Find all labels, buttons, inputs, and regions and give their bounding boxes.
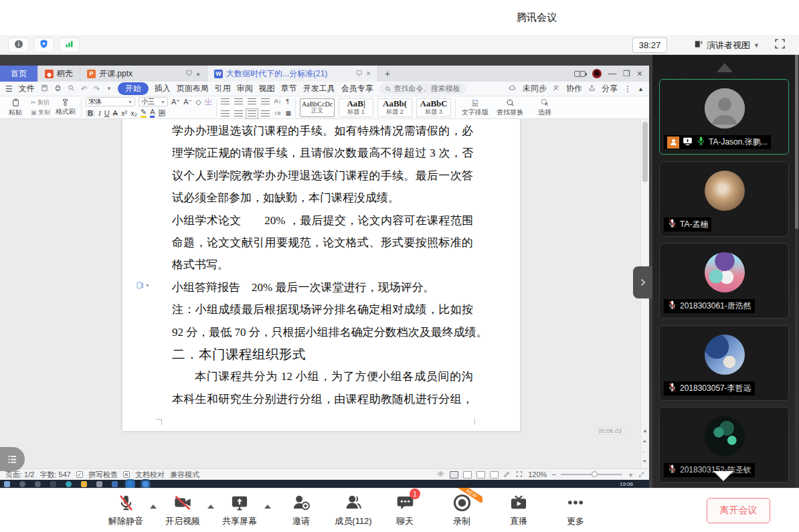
clear-format-icon[interactable]: ◇: [195, 98, 201, 106]
close-icon[interactable]: ×: [637, 68, 642, 79]
zoom-slider-knob[interactable]: [592, 471, 598, 477]
subscript-button[interactable]: x₂: [130, 110, 137, 117]
char-border-icon[interactable]: 囲: [158, 110, 165, 117]
more-vertical-icon[interactable]: ⋮: [624, 84, 632, 94]
file-explorer-icon[interactable]: [81, 481, 87, 487]
spellcheck-label[interactable]: 拼写检查: [88, 470, 118, 480]
font-color-button[interactable]: A: [150, 108, 155, 118]
italic-button[interactable]: I: [98, 110, 101, 117]
next-page-icon[interactable]: ⏷: [642, 459, 646, 464]
cloud-sync-icon[interactable]: [508, 84, 517, 94]
font-name-select[interactable]: 宋体▼: [86, 97, 135, 106]
menu-tab-layout[interactable]: 页面布局: [177, 83, 209, 94]
health-shield-button[interactable]: [33, 37, 54, 53]
save-icon[interactable]: [41, 84, 48, 94]
read-view-icon[interactable]: [476, 471, 485, 478]
underline-button[interactable]: U: [104, 110, 110, 117]
leave-meeting-button[interactable]: 离开会议: [707, 498, 770, 523]
menu-tab-insert[interactable]: 插入: [155, 83, 171, 94]
paste-button[interactable]: 粘贴: [4, 98, 27, 117]
align-center-icon[interactable]: [234, 110, 243, 117]
highlight-button[interactable]: ✎: [141, 108, 147, 118]
command-search[interactable]: 查找命令、搜索模板: [379, 83, 466, 94]
style-heading2[interactable]: AaBb( 标题 2: [377, 98, 412, 117]
start-icon[interactable]: [4, 481, 10, 487]
collaborate-icon[interactable]: [553, 84, 560, 94]
sidebar-collapse-toggle[interactable]: [633, 266, 652, 298]
style-heading1[interactable]: AaB| 标题 1: [339, 98, 373, 117]
unmute-button[interactable]: 解除静音: [98, 493, 154, 527]
more-button[interactable]: 更多: [547, 493, 604, 527]
participant-tile[interactable]: 2018303057-李哲远: [659, 325, 789, 401]
edge-icon[interactable]: [66, 481, 72, 487]
taskbar-app-icon[interactable]: [50, 481, 56, 487]
strikethrough-button[interactable]: A: [113, 110, 118, 117]
restore-icon[interactable]: ❐: [623, 69, 630, 78]
menu-file[interactable]: 文件: [19, 83, 35, 94]
text-effects-icon[interactable]: 㞢: [205, 98, 212, 106]
live-button[interactable]: 直播: [491, 493, 547, 527]
scrollbar-thumb[interactable]: [795, 55, 798, 229]
wps-tab-document-active[interactable]: W 大数据时代下的...分标准(21) ×: [207, 66, 378, 82]
expand-statusbar-icon[interactable]: ⤢: [639, 471, 644, 478]
comment-indicator-icon[interactable]: ▼: [136, 281, 150, 290]
outdent-icon[interactable]: [248, 98, 256, 105]
new-tab-button[interactable]: +: [378, 66, 397, 82]
fit-page-icon[interactable]: [515, 470, 523, 479]
wps-tab-home[interactable]: 首页: [0, 66, 38, 82]
style-normal[interactable]: AaBbCcDc 正文: [300, 98, 335, 117]
proofing-label[interactable]: 文档校对: [135, 470, 165, 480]
sidebar-scrollbar[interactable]: [795, 55, 798, 488]
taskbar-app-icon[interactable]: [35, 481, 41, 487]
taskbar-app-icon[interactable]: [96, 481, 102, 487]
menu-tab-devtools[interactable]: 开发工具: [303, 83, 335, 94]
menu-tab-home[interactable]: 开始: [118, 82, 149, 95]
collaborate-label[interactable]: 协作: [566, 83, 582, 94]
zoom-in-icon[interactable]: ＋: [627, 470, 634, 480]
wps-tab-pptx[interactable]: P 开课.pptx ●: [80, 66, 207, 82]
share-options-caret[interactable]: [264, 505, 271, 509]
sync-status-label[interactable]: 未同步: [523, 83, 547, 94]
members-button[interactable]: 成员(112): [325, 493, 381, 527]
menu-tab-review[interactable]: 审阅: [237, 83, 253, 94]
scroll-up-icon[interactable]: ▲: [642, 428, 648, 434]
menu-tab-section[interactable]: 章节: [281, 83, 297, 94]
pilcrow-icon[interactable]: ¶: [286, 98, 289, 104]
meeting-panel-toggle[interactable]: [0, 447, 25, 471]
record-button[interactable]: NEW 录制: [434, 493, 490, 527]
font-size-select[interactable]: 小三▼: [139, 97, 168, 106]
cut-button[interactable]: ✂ 剪切: [31, 98, 50, 107]
minimize-icon[interactable]: —: [608, 69, 616, 78]
redo-icon[interactable]: ↷: [94, 84, 100, 94]
share-icon[interactable]: [588, 84, 596, 94]
eye-protect-icon[interactable]: [436, 470, 445, 478]
participant-tile[interactable]: TA-孟楠: [659, 161, 789, 237]
view-mode-selector[interactable]: 演讲者视图 ▼: [694, 39, 760, 52]
scrollbar-thumb[interactable]: [642, 122, 648, 182]
chevron-down-icon[interactable]: ▼: [106, 86, 112, 92]
wps-tab-docer[interactable]: 稻壳: [38, 66, 80, 82]
zoom-level[interactable]: 120%: [528, 470, 547, 478]
outline-view-icon[interactable]: [463, 471, 472, 478]
chat-button[interactable]: 1 聊天: [377, 493, 433, 527]
scroll-down-arrow[interactable]: [713, 471, 733, 481]
find-replace-button[interactable]: 查找替换: [495, 98, 525, 117]
spellcheck-checkbox[interactable]: ✓: [76, 471, 83, 478]
preview-icon[interactable]: [68, 84, 75, 94]
text-layout-button[interactable]: 文字排版: [460, 98, 491, 117]
numbered-list-icon[interactable]: [234, 98, 243, 105]
undo-icon[interactable]: ↶: [81, 84, 88, 94]
document-page[interactable]: 学办办理退选该门课程的手续。如有特殊情况需请假的，必须办 理学院正规的请假手续，…: [122, 119, 520, 431]
menu-tab-member[interactable]: 会员专享: [341, 83, 373, 94]
zoom-out-icon[interactable]: −: [551, 470, 555, 478]
invite-button[interactable]: 邀请: [273, 493, 329, 527]
indent-icon[interactable]: [261, 98, 270, 105]
close-tab-icon[interactable]: ×: [366, 69, 371, 78]
select-button[interactable]: 选择: [529, 98, 560, 117]
share-label[interactable]: 分享: [602, 83, 618, 94]
edit-pencil-icon[interactable]: [503, 470, 511, 479]
sort-icon[interactable]: A↓: [274, 98, 282, 104]
prev-page-icon[interactable]: ⏶: [642, 439, 646, 444]
distribute-icon[interactable]: [261, 110, 270, 117]
start-video-button[interactable]: 开启视频: [155, 493, 211, 527]
